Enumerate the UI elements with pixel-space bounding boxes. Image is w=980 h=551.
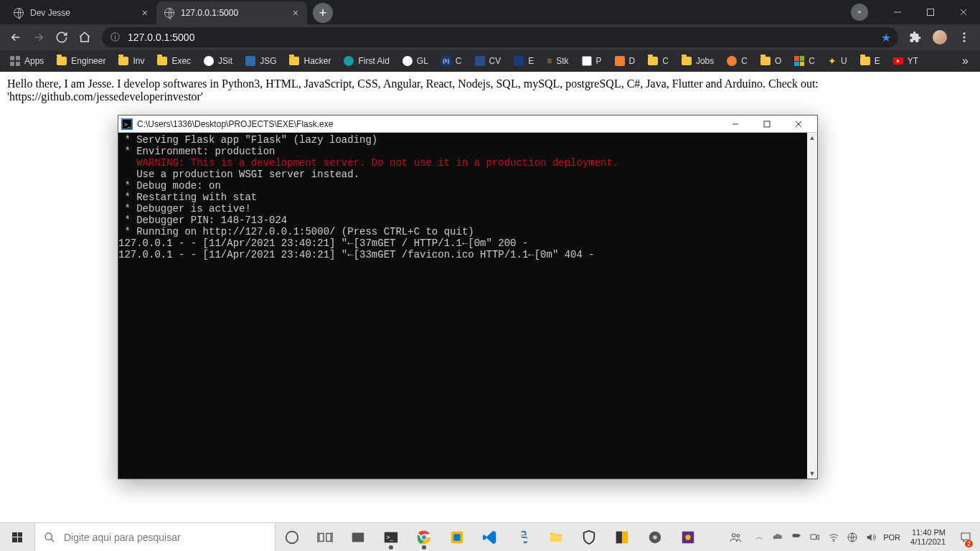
bookmark-item[interactable]: Inv bbox=[113, 53, 150, 69]
home-button[interactable] bbox=[75, 27, 95, 47]
taskbar-explorer-icon[interactable] bbox=[540, 523, 573, 552]
new-tab-button[interactable]: + bbox=[313, 3, 333, 23]
bookmark-label: JSit bbox=[218, 56, 232, 66]
taskbar-search[interactable]: Digite aqui para pesquisar bbox=[34, 523, 275, 552]
console-line: WARNING: This is a development server. D… bbox=[118, 157, 807, 169]
tray-battery-icon[interactable] bbox=[790, 531, 803, 544]
bookmark-item[interactable]: Engineer bbox=[51, 53, 111, 69]
minimize-button[interactable] bbox=[881, 0, 914, 24]
close-icon[interactable]: × bbox=[291, 6, 300, 20]
bookmark-item[interactable]: JSit bbox=[198, 53, 238, 69]
console-scrollbar[interactable]: ▲ ▼ bbox=[807, 133, 817, 479]
bookmark-item[interactable]: O bbox=[755, 53, 787, 69]
reload-button[interactable] bbox=[52, 27, 72, 47]
taskbar-cmd-icon[interactable]: >_ bbox=[374, 523, 407, 552]
tray-chevron-icon[interactable]: ︿ bbox=[753, 531, 765, 544]
tray-wifi-icon[interactable] bbox=[827, 531, 840, 544]
bookmark-label: YT bbox=[908, 56, 918, 66]
apps-icon bbox=[10, 56, 20, 66]
scroll-down-icon[interactable]: ▼ bbox=[807, 468, 817, 479]
bookmark-item[interactable]: P bbox=[576, 53, 608, 69]
bookmark-label: O bbox=[775, 56, 781, 66]
bookmark-item[interactable]: GL bbox=[397, 53, 434, 69]
page-text: Hello there, I am Jesse. I develop softw… bbox=[7, 77, 973, 103]
tray-network-icon[interactable] bbox=[846, 531, 859, 544]
taskbar-security-icon[interactable] bbox=[573, 523, 606, 552]
notifications-icon[interactable]: 2 bbox=[956, 523, 976, 552]
bookmark-item[interactable]: Exec bbox=[151, 53, 197, 69]
bookmark-item[interactable]: JSG bbox=[240, 53, 282, 69]
start-button[interactable] bbox=[0, 523, 34, 552]
taskbar-app-1[interactable] bbox=[341, 523, 374, 552]
bookmark-item[interactable]: E bbox=[854, 53, 886, 69]
tab-localhost[interactable]: 127.0.0.1:5000 × bbox=[156, 1, 307, 24]
maximize-button[interactable] bbox=[914, 0, 947, 24]
profile-avatar[interactable] bbox=[933, 30, 947, 44]
tab-dev-jesse[interactable]: Dev Jesse × bbox=[6, 1, 156, 24]
console-titlebar[interactable]: >_ C:\Users\1336\Desktop\PROJECTS\EXE\Fl… bbox=[118, 116, 817, 133]
svg-rect-18 bbox=[326, 533, 331, 541]
site-icon bbox=[615, 56, 625, 66]
taskbar-vscode-icon[interactable] bbox=[473, 523, 507, 552]
taskbar-app-3[interactable] bbox=[440, 523, 473, 552]
bookmark-item[interactable]: C bbox=[642, 53, 674, 69]
bookmark-item[interactable]: E bbox=[508, 53, 540, 69]
close-icon[interactable]: × bbox=[141, 6, 149, 20]
bookmark-item[interactable]: First Aid bbox=[338, 53, 395, 69]
tray-clock[interactable]: 11:40 PM 4/11/2021 bbox=[906, 528, 950, 547]
bookmark-item[interactable]: ≡Stk bbox=[541, 53, 574, 69]
forward-button[interactable] bbox=[29, 27, 49, 47]
svg-point-16 bbox=[286, 531, 298, 543]
extensions-icon[interactable] bbox=[905, 27, 925, 47]
console-output[interactable]: * Serving Flask app "Flask" (lazy loadin… bbox=[118, 133, 807, 479]
site-info-icon[interactable]: ⓘ bbox=[109, 32, 121, 43]
console-line: * Debug mode: on bbox=[118, 180, 807, 192]
bookmark-item[interactable]: CV bbox=[469, 53, 507, 69]
cortana-icon[interactable] bbox=[275, 523, 308, 552]
people-icon[interactable] bbox=[724, 531, 747, 544]
svg-rect-29 bbox=[453, 534, 460, 540]
console-close-button[interactable] bbox=[783, 116, 814, 133]
site-icon bbox=[727, 56, 737, 66]
console-title: C:\Users\1336\Desktop\PROJECTS\EXE\Flask… bbox=[137, 119, 720, 129]
bookmark-item[interactable]: (λ)C bbox=[435, 53, 468, 69]
close-button[interactable] bbox=[947, 0, 980, 24]
bookmark-item[interactable]: ✦U bbox=[822, 52, 853, 70]
site-icon bbox=[514, 56, 524, 66]
taskbar-app-9[interactable] bbox=[639, 523, 672, 552]
bookmark-item[interactable]: C bbox=[721, 53, 753, 69]
url-text: 127.0.0.1:5000 bbox=[128, 32, 194, 43]
console-line: * Restarting with stat bbox=[118, 192, 807, 203]
menu-button[interactable] bbox=[954, 27, 974, 47]
back-button[interactable] bbox=[6, 27, 26, 47]
tray-language[interactable]: POR bbox=[883, 533, 900, 542]
task-view-icon[interactable] bbox=[308, 523, 341, 552]
tray-meetnow-icon[interactable] bbox=[809, 531, 821, 544]
svg-point-34 bbox=[653, 535, 657, 540]
console-maximize-button[interactable] bbox=[751, 116, 783, 133]
bookmark-item[interactable]: Jobs bbox=[676, 53, 720, 69]
console-minimize-button[interactable] bbox=[720, 116, 751, 133]
taskbar-python-icon[interactable] bbox=[507, 523, 540, 552]
taskbar-app-8[interactable] bbox=[606, 523, 639, 552]
bookmark-item[interactable]: Apps bbox=[4, 53, 50, 69]
bookmarks-overflow[interactable]: » bbox=[955, 55, 976, 67]
tray-volume-icon[interactable] bbox=[864, 531, 877, 544]
bookmark-item[interactable]: C bbox=[788, 53, 821, 69]
taskbar-chrome-icon[interactable] bbox=[407, 523, 440, 552]
console-window[interactable]: >_ C:\Users\1336\Desktop\PROJECTS\EXE\Fl… bbox=[118, 115, 818, 479]
bookmark-star-icon[interactable]: ★ bbox=[881, 31, 891, 44]
bookmark-item[interactable]: D bbox=[609, 53, 641, 69]
console-line: 127.0.0.1 - - [11/Apr/2021 23:40:21] "←[… bbox=[118, 249, 807, 260]
bookmark-item[interactable]: YT bbox=[887, 53, 924, 69]
scroll-up-icon[interactable]: ▲ bbox=[807, 133, 817, 143]
toolbar: ⓘ 127.0.0.1:5000 ★ bbox=[0, 24, 980, 50]
account-icon[interactable] bbox=[851, 4, 868, 21]
bookmark-label: E bbox=[528, 56, 534, 66]
bookmark-item[interactable]: Hacker bbox=[283, 53, 336, 69]
taskbar-app-10[interactable] bbox=[672, 523, 705, 552]
address-bar[interactable]: ⓘ 127.0.0.1:5000 ★ bbox=[102, 27, 898, 47]
folder-icon bbox=[289, 57, 299, 65]
tray-onedrive-icon[interactable] bbox=[771, 531, 784, 544]
tray-time: 11:40 PM bbox=[910, 528, 946, 537]
